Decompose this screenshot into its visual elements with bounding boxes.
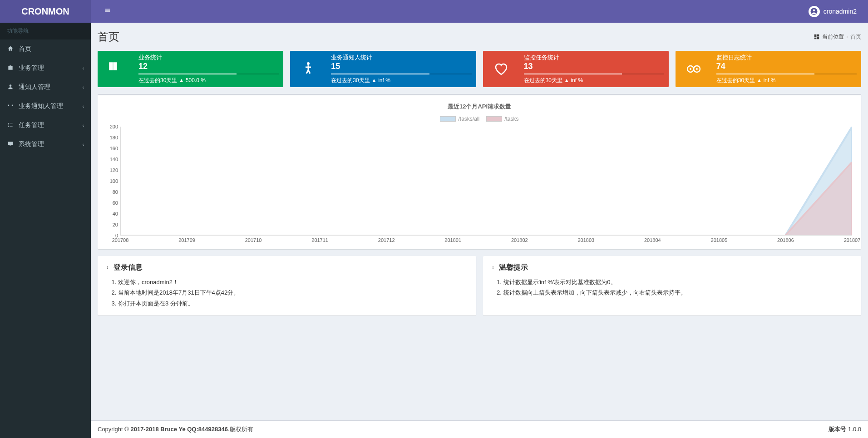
chart-plot-area	[120, 127, 852, 236]
bars-icon	[104, 7, 111, 14]
stat-box-1[interactable]: 业务通知人统计 15 在过去的30天里 ▲ inf %	[290, 51, 476, 87]
chevron-left-icon: ‹	[83, 104, 84, 109]
list-item: 统计数据显示'inf %'表示对比基准数据为0。	[503, 277, 855, 287]
user-icon	[7, 84, 14, 91]
chart-y-axis: 200180160140120100806040200	[102, 127, 118, 236]
stat-value: 74	[716, 62, 857, 71]
stat-value: 13	[524, 62, 664, 71]
stat-title: 监控任务统计	[524, 54, 664, 62]
svg-point-6	[690, 68, 691, 70]
sidebar: 功能导航 首页 业务管理 ‹ 通知人管理 ‹ 业务通知人管理 ‹ 任务管理 ‹ …	[0, 23, 91, 438]
sidebar-item-label: 任务管理	[19, 121, 44, 129]
tips-box: 温馨提示 统计数据显示'inf %'表示对比基准数据为0。统计数据向上箭头表示增…	[483, 256, 862, 315]
sidebar-item-1[interactable]: 业务管理 ‹	[0, 59, 91, 78]
chart-box: 最近12个月API请求数量 /tasks/all/tasks 200180160…	[98, 94, 861, 249]
stat-box-2[interactable]: 监控任务统计 13 在过去的30天里 ▲ inf %	[483, 51, 669, 87]
content-header: 首页 当前位置 › 首页	[91, 23, 868, 44]
tips-title: 温馨提示	[499, 263, 528, 272]
tips-list: 统计数据显示'inf %'表示对比基准数据为0。统计数据向上箭头表示增加，向下箭…	[490, 277, 855, 298]
login-info-title: 登录信息	[113, 263, 143, 272]
briefcase-icon	[7, 64, 14, 72]
footer-copyright: Copyright © 2017-2018 Bruce Ye QQ:844928…	[98, 425, 253, 433]
sidebar-item-4[interactable]: 任务管理 ‹	[0, 116, 91, 135]
content-wrapper: 首页 当前位置 › 首页 业务统计 12 在过去的30天里 ▲ 500.0 %	[91, 23, 868, 438]
svg-point-1	[813, 10, 815, 12]
list-item: 你打开本页面是在3 分钟前。	[118, 298, 469, 309]
stat-box-0[interactable]: 业务统计 12 在过去的30天里 ▲ 500.0 %	[98, 51, 283, 87]
legend-item[interactable]: /tasks	[486, 116, 518, 122]
heart-icon	[483, 51, 519, 87]
login-info-list: 欢迎你，cronadmin2！当前本地时间是2018年7月31日下午4点42分。…	[104, 277, 469, 309]
sidebar-item-2[interactable]: 通知人管理 ‹	[0, 78, 91, 97]
sidebar-item-label: 通知人管理	[19, 83, 50, 91]
stat-footer: 在过去的30天里 ▲ inf %	[331, 77, 471, 84]
sidebar-item-label: 系统管理	[19, 140, 44, 148]
chart-plot: 200180160140120100806040200 201708201709…	[120, 127, 852, 245]
stat-value: 12	[138, 62, 279, 71]
stat-value: 15	[331, 62, 471, 71]
info-icon	[104, 265, 111, 271]
chevron-left-icon: ‹	[83, 66, 84, 71]
stat-title: 业务通知人统计	[331, 54, 471, 62]
tasks-icon	[7, 122, 14, 129]
info-icon	[490, 265, 496, 271]
chart-title: 最近12个月API请求数量	[102, 100, 857, 113]
dashboard-icon	[814, 34, 820, 40]
chevron-left-icon: ‹	[83, 123, 84, 128]
sidebar-item-label: 首页	[19, 45, 31, 53]
legend-item[interactable]: /tasks/all	[440, 116, 479, 122]
breadcrumb-current[interactable]: 首页	[850, 33, 861, 41]
stat-box-3[interactable]: 监控日志统计 74 在过去的30天里 ▲ inf %	[676, 51, 861, 87]
stat-footer: 在过去的30天里 ▲ inf %	[524, 77, 664, 84]
breadcrumb: 当前位置 › 首页	[814, 33, 861, 41]
logo[interactable]: CRONMON	[0, 0, 91, 23]
footer-version: 版本号 1.0.0	[829, 425, 861, 433]
eyes-icon	[676, 51, 712, 87]
breadcrumb-label: 当前位置	[822, 33, 844, 41]
list-item: 欢迎你，cronadmin2！	[118, 277, 469, 287]
list-item: 当前本地时间是2018年7月31日下午4点42分。	[118, 287, 469, 298]
stat-footer: 在过去的30天里 ▲ 500.0 %	[138, 77, 279, 84]
sidebar-item-3[interactable]: 业务通知人管理 ‹	[0, 97, 91, 116]
stat-footer: 在过去的30天里 ▲ inf %	[716, 77, 857, 84]
svg-point-2	[10, 84, 12, 87]
person-icon	[290, 51, 326, 87]
sidebar-toggle-button[interactable]	[98, 0, 118, 22]
stat-title: 业务统计	[138, 54, 279, 62]
user-name: cronadmin2	[824, 8, 857, 15]
stat-title: 监控日志统计	[716, 54, 857, 62]
home-icon	[7, 45, 14, 53]
book-icon	[98, 51, 134, 87]
stats-row: 业务统计 12 在过去的30天里 ▲ 500.0 % 业务通知人统计 15 在过…	[98, 51, 861, 87]
svg-point-7	[696, 68, 698, 70]
sidebar-item-label: 业务管理	[19, 64, 44, 72]
chart-container: 最近12个月API请求数量 /tasks/all/tasks 200180160…	[102, 100, 857, 245]
chart-x-axis: 2017082017092017102017112017122018012018…	[120, 237, 852, 245]
svg-point-3	[307, 62, 310, 65]
navbar: cronadmin2	[91, 0, 868, 23]
footer: Copyright © 2017-2018 Bruce Ye QQ:844928…	[91, 420, 868, 438]
chart-legend: /tasks/all/tasks	[102, 113, 857, 127]
sidebar-item-label: 业务通知人管理	[19, 102, 63, 110]
page-title: 首页	[98, 30, 119, 44]
info-row: 登录信息 欢迎你，cronadmin2！当前本地时间是2018年7月31日下午4…	[98, 256, 861, 315]
main-header: CRONMON cronadmin2	[0, 0, 868, 23]
sidebar-section-header: 功能导航	[0, 23, 91, 39]
sidebar-item-5[interactable]: 系统管理 ‹	[0, 135, 91, 154]
user-menu[interactable]: cronadmin2	[804, 6, 861, 17]
chevron-left-icon: ‹	[83, 85, 84, 90]
user-avatar-icon	[809, 6, 820, 17]
chevron-left-icon: ‹	[83, 142, 84, 147]
display-icon	[7, 141, 14, 148]
balance-icon	[7, 103, 14, 110]
sidebar-item-0[interactable]: 首页	[0, 39, 91, 59]
list-item: 统计数据向上箭头表示增加，向下箭头表示减少，向右箭头表示持平。	[503, 287, 855, 298]
login-info-box: 登录信息 欢迎你，cronadmin2！当前本地时间是2018年7月31日下午4…	[98, 256, 476, 315]
content: 业务统计 12 在过去的30天里 ▲ 500.0 % 业务通知人统计 15 在过…	[91, 44, 868, 420]
